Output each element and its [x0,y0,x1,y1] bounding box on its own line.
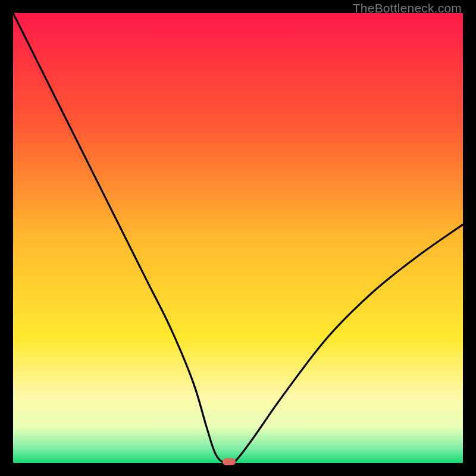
watermark-text: TheBottleneck.com [353,1,462,15]
optimum-marker [223,458,236,465]
chart-frame [13,13,463,463]
chart-curve [13,13,463,463]
